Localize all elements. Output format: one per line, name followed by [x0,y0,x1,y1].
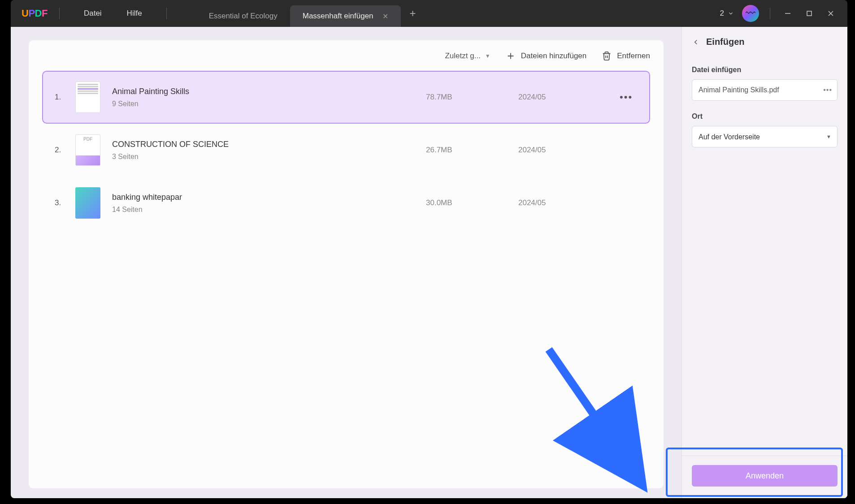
trash-icon [602,51,612,61]
file-thumbnail [75,187,100,219]
remove-button[interactable]: Entfernen [602,51,650,61]
add-files-label: Dateien hinzufügen [521,52,587,60]
row-number: 1. [55,93,64,102]
chevron-left-icon[interactable] [692,38,700,46]
file-name: CONSTRUCTION OF SCIENCE [112,140,414,149]
file-list-card: Zuletzt g... ▼ Dateien hinzufügen Entfer… [29,40,664,488]
row-number: 2. [55,146,64,155]
app-logo: UPDF [22,8,48,19]
tab-bar: Essential of Ecology Massenhaft einfügen… [196,0,425,27]
file-toolbar: Zuletzt g... ▼ Dateien hinzufügen Entfer… [42,48,650,71]
row-number: 3. [55,198,64,207]
file-size: 78.7MB [426,93,507,102]
close-window-button[interactable] [824,7,838,20]
divider [770,8,770,19]
file-size: 30.0MB [426,198,507,207]
new-tab-button[interactable]: + [401,7,425,20]
file-date: 2024/05 [518,93,608,102]
side-panel-body: Datei einfügen ••• Ort Auf der Vordersei… [682,57,847,456]
svg-rect-1 [807,11,812,16]
close-icon[interactable]: ✕ [382,12,388,21]
file-thumbnail [75,82,100,113]
remove-label: Entfernen [617,52,650,60]
more-icon[interactable]: ••• [620,91,638,103]
more-icon[interactable]: ••• [823,86,832,94]
app-window: UPDF Datei Hilfe Essential of Ecology Ma… [11,0,847,498]
add-files-button[interactable]: Dateien hinzufügen [506,51,587,61]
side-panel-header: Einfügen [682,27,847,57]
location-select[interactable]: Auf der Vorderseite [692,126,838,147]
tab-essential-ecology[interactable]: Essential of Ecology [196,5,290,27]
insert-file-label: Datei einfügen [692,66,838,74]
notification-counter[interactable]: 2 [720,9,734,18]
counter-value: 2 [720,9,724,18]
file-row[interactable]: 3. banking whitepapar 14 Seiten 30.0MB 2… [42,177,650,229]
divider [166,8,167,19]
insert-file-input[interactable] [692,79,838,101]
tab-label: Essential of Ecology [209,12,278,21]
divider [59,8,60,19]
sort-label: Zuletzt g... [445,52,480,60]
menu-help[interactable]: Hilfe [114,9,155,18]
file-size: 26.7MB [426,146,507,155]
file-name: banking whitepapar [112,193,414,202]
content-area: Zuletzt g... ▼ Dateien hinzufügen Entfer… [11,27,847,498]
chevron-down-icon [728,10,734,17]
file-pages: 9 Seiten [112,100,414,108]
titlebar-right: 2 〰 [720,5,847,22]
file-thumbnail [75,134,100,166]
tab-massenhaft-einfuegen[interactable]: Massenhaft einfügen ✕ [290,5,401,27]
file-info: banking whitepapar 14 Seiten [112,193,414,214]
minimize-button[interactable] [781,7,794,20]
file-row[interactable]: 1. Animal Painting Skills 9 Seiten 78.7M… [42,71,650,124]
sort-dropdown[interactable]: Zuletzt g... ▼ [445,52,490,60]
location-label: Ort [692,112,838,121]
file-date: 2024/05 [518,146,608,155]
file-pages: 3 Seiten [112,153,414,161]
file-info: CONSTRUCTION OF SCIENCE 3 Seiten [112,140,414,161]
tab-label: Massenhaft einfügen [303,12,373,21]
user-avatar[interactable]: 〰 [742,5,759,22]
side-panel-title: Einfügen [706,37,745,47]
titlebar: UPDF Datei Hilfe Essential of Ecology Ma… [11,0,847,27]
apply-button[interactable]: Anwenden [692,465,838,487]
file-name: Animal Painting Skills [112,87,414,96]
file-date: 2024/05 [518,198,608,207]
side-panel: Einfügen Datei einfügen ••• Ort Auf der … [681,27,847,498]
chevron-down-icon: ▼ [485,53,490,59]
main-panel: Zuletzt g... ▼ Dateien hinzufügen Entfer… [11,27,681,498]
file-pages: 14 Seiten [112,206,414,214]
plus-icon [506,51,516,61]
file-row[interactable]: 2. CONSTRUCTION OF SCIENCE 3 Seiten 26.7… [42,124,650,177]
file-info: Animal Painting Skills 9 Seiten [112,87,414,108]
side-panel-footer: Anwenden [682,456,847,498]
maximize-button[interactable] [803,7,816,20]
menu-file[interactable]: Datei [71,9,114,18]
